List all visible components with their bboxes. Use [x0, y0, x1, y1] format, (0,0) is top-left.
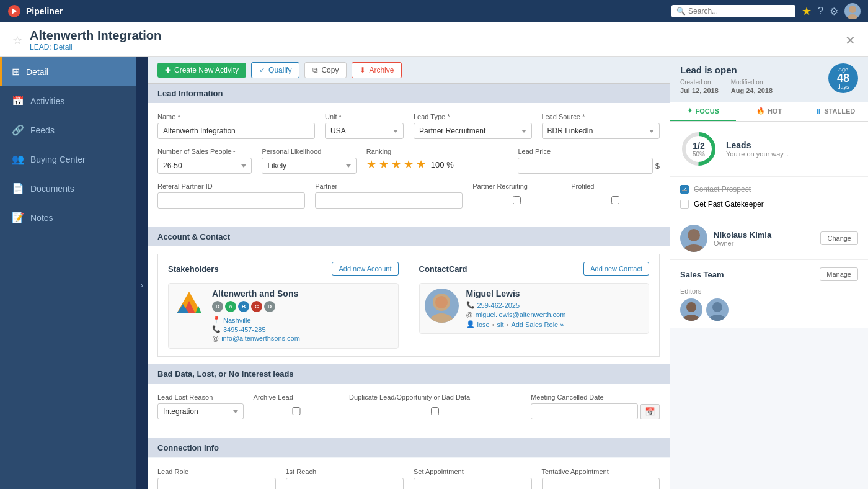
search-input[interactable]: [688, 7, 790, 16]
notes-icon: 📝: [12, 212, 24, 223]
lead-price-input[interactable]: [518, 158, 652, 174]
account-contact-body: Stakeholders Add new Account: [148, 246, 670, 364]
bad-data-header: Bad Data, Lost, or No Interest leads: [148, 364, 670, 384]
lead-type-select[interactable]: Partner Recruitment: [414, 123, 532, 139]
manage-team-button[interactable]: Manage: [820, 267, 858, 281]
partner-input[interactable]: [315, 192, 463, 209]
sidebar-item-detail[interactable]: ⊞ Detail: [0, 57, 136, 86]
contact-phone-link[interactable]: 259-462-2025: [477, 302, 520, 309]
form-group-lead-lost: Lead Lost Reason Integration: [157, 393, 244, 419]
tentative-appointment-label: Tentative Appointment: [542, 468, 660, 475]
account-city-link[interactable]: Nashville: [223, 316, 251, 324]
form-group-meeting-cancelled: Meeting Cancelled Date 📅: [531, 393, 660, 419]
first-reach-input[interactable]: [286, 478, 404, 489]
modified-label: Modified on: [731, 79, 773, 86]
referal-id-input[interactable]: [157, 192, 305, 209]
tab-focus[interactable]: ✦ FOCUS: [670, 102, 736, 121]
add-sales-role-link[interactable]: Add Sales Role »: [511, 321, 564, 328]
sidebar: ⊞ Detail 📅 Activities 🔗 Feeds 👥 Buying C…: [0, 57, 136, 489]
name-input[interactable]: [157, 123, 315, 139]
form-group-lead-type: Lead Type * Partner Recruitment: [414, 113, 532, 139]
owner-role: Owner: [714, 240, 814, 247]
settings-icon[interactable]: ⚙: [830, 6, 838, 17]
help-icon[interactable]: ?: [818, 6, 823, 17]
star-5[interactable]: ★: [416, 158, 426, 171]
search-box[interactable]: 🔍: [671, 5, 795, 17]
lead-status-header: Lead is open Created on Jul 12, 2018 Mod…: [670, 57, 868, 102]
add-account-button[interactable]: Add new Account: [332, 262, 398, 276]
stalled-icon: ⏸: [815, 107, 822, 115]
lead-role-input[interactable]: [157, 478, 276, 489]
checkbox-1[interactable]: ✓: [680, 185, 689, 194]
lead-source-select[interactable]: BDR LinkedIn: [542, 123, 660, 139]
contact-sit-link[interactable]: sit: [497, 321, 504, 328]
unit-select[interactable]: USA: [325, 123, 404, 139]
archive-lead-checkbox[interactable]: [254, 407, 340, 415]
sales-people-select[interactable]: 26-50: [157, 158, 252, 174]
partner-recruiting-checkbox[interactable]: [472, 196, 561, 204]
lead-lost-select[interactable]: Integration: [157, 403, 244, 419]
profiled-checkbox[interactable]: [571, 196, 660, 204]
sales-team-header: Sales Team Manage: [680, 267, 858, 281]
svg-point-17: [709, 315, 726, 321]
account-name[interactable]: Altenwerth and Sons: [212, 289, 300, 298]
user-avatar[interactable]: [844, 3, 861, 19]
sidebar-item-buying-center[interactable]: 👥 Buying Center: [0, 145, 136, 174]
form-row-1: Name * Unit * USA Lead Type * Partner Re…: [157, 113, 660, 139]
star-icon[interactable]: ★: [802, 4, 812, 18]
account-card: Altenwerth and Sons D A B C D 📍: [168, 283, 399, 349]
sidebar-item-feeds[interactable]: 🔗 Feeds: [0, 115, 136, 145]
star-4[interactable]: ★: [404, 158, 414, 171]
progress-fraction: 1/2: [693, 141, 705, 151]
set-appointment-input[interactable]: [414, 478, 532, 489]
sidebar-item-label-feeds: Feeds: [30, 125, 55, 135]
sidebar-item-notes[interactable]: 📝 Notes: [0, 203, 136, 232]
account-phone: 📞 3495-457-285: [212, 325, 300, 333]
star-2[interactable]: ★: [379, 158, 389, 171]
editor-avatar-2: [706, 298, 728, 321]
form-group-sales-people: Number of Sales People~ 26-50: [157, 148, 252, 174]
star-3[interactable]: ★: [391, 158, 401, 171]
contact-email: @ miguel.lewis@altenwerth.com: [466, 311, 566, 318]
meeting-date-input[interactable]: [531, 403, 638, 419]
duplicate-checkbox[interactable]: [349, 407, 521, 415]
tag-b: B: [238, 301, 249, 312]
contact-lose-link[interactable]: lose: [477, 321, 490, 328]
close-icon[interactable]: ✕: [845, 33, 856, 48]
lead-type-label: Lead Type *: [414, 113, 532, 120]
personal-likelihood-select[interactable]: Likely: [262, 158, 356, 174]
contact-name[interactable]: Miguel Lewis: [466, 289, 566, 298]
favorite-icon[interactable]: ☆: [12, 34, 22, 47]
archive-button[interactable]: ⬇ Archive: [352, 62, 402, 78]
svg-point-16: [712, 302, 722, 312]
account-phone-link[interactable]: 3495-457-285: [223, 326, 266, 333]
focus-tab-label: FOCUS: [695, 107, 719, 115]
feeds-icon: 🔗: [12, 124, 24, 136]
copy-button[interactable]: ⧉ Copy: [304, 62, 347, 78]
account-email-link[interactable]: info@altenwerthsons.com: [221, 334, 300, 342]
qualify-button[interactable]: ✓ Qualify: [251, 62, 299, 78]
sidebar-item-documents[interactable]: 📄 Documents: [0, 174, 136, 203]
calendar-button[interactable]: 📅: [640, 404, 660, 419]
documents-icon: 📄: [12, 182, 24, 194]
contact-phone: 📞 259-462-2025: [466, 301, 566, 309]
svg-point-14: [686, 302, 696, 312]
svg-point-1: [849, 6, 856, 13]
contact-email-link[interactable]: miguel.lewis@altenwerth.com: [476, 311, 566, 318]
connection-row: Lead Role 1st Reach Set Appointment Tent…: [157, 468, 660, 489]
add-contact-button[interactable]: Add new Contact: [583, 262, 649, 276]
activities-icon: 📅: [12, 95, 24, 107]
create-activity-button[interactable]: ✚ Create New Activity: [157, 63, 246, 78]
sidebar-collapse[interactable]: ›: [136, 57, 148, 489]
sidebar-item-label-buying-center: Buying Center: [30, 155, 86, 164]
tab-hot[interactable]: 🔥 HOT: [736, 102, 802, 121]
change-owner-button[interactable]: Change: [820, 231, 858, 245]
star-1[interactable]: ★: [366, 158, 376, 171]
circle-progress: 1/2 50%: [680, 130, 717, 168]
page-subtitle: LEAD: Detail: [30, 43, 161, 52]
checkbox-2[interactable]: [680, 200, 689, 209]
tentative-appointment-input[interactable]: [542, 478, 660, 489]
phone-icon2: 📞: [466, 301, 475, 309]
tab-stalled[interactable]: ⏸ STALLED: [802, 102, 868, 121]
sidebar-item-activities[interactable]: 📅 Activities: [0, 86, 136, 115]
